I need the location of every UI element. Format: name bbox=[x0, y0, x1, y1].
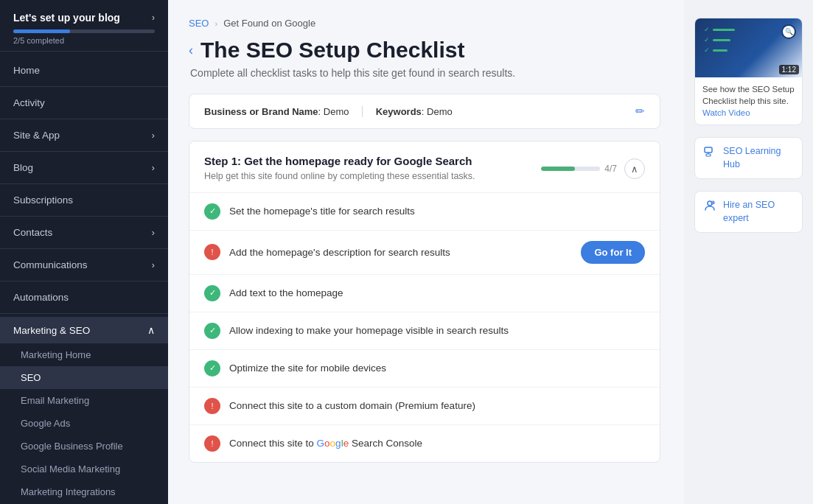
vp-check-icon: ✓ bbox=[704, 36, 710, 43]
sidebar-item-contacts[interactable]: Contacts › bbox=[0, 220, 168, 245]
step-progress: 4/7 bbox=[541, 164, 617, 174]
marketing-integrations-label: Marketing Integrations bbox=[21, 486, 116, 497]
google-business-label: Google Business Profile bbox=[21, 441, 123, 452]
checklist-text-console: Connect this site to Google Search Conso… bbox=[229, 438, 645, 449]
sidebar-item-subscriptions[interactable]: Subscriptions bbox=[0, 187, 168, 213]
sidebar-subitem-google-ads[interactable]: Google Ads bbox=[0, 412, 168, 435]
sidebar-item-home[interactable]: Home bbox=[0, 57, 168, 83]
step-header-right: 4/7 ∧ bbox=[541, 158, 645, 179]
sidebar-item-home-label: Home bbox=[13, 65, 40, 76]
seo-hub-link[interactable]: SEO Learning Hub bbox=[694, 137, 803, 179]
checklist-item-console: ! Connect this site to Google Search Con… bbox=[189, 425, 660, 462]
sidebar-item-communications[interactable]: Communications › bbox=[0, 252, 168, 278]
sidebar-item-blog-label: Blog bbox=[13, 162, 33, 173]
nav-divider bbox=[0, 86, 168, 87]
email-marketing-label: Email Marketing bbox=[21, 395, 89, 406]
check-success-icon: ✓ bbox=[204, 285, 220, 301]
sidebar-item-subscriptions-label: Subscriptions bbox=[13, 195, 73, 206]
sidebar-item-activity[interactable]: Activity bbox=[0, 90, 168, 116]
step-progress-count: 4/7 bbox=[604, 164, 617, 174]
nav-divider bbox=[0, 151, 168, 152]
google-logo-text: Google bbox=[317, 438, 349, 449]
step-description: Help get this site found online by compl… bbox=[204, 170, 475, 183]
nav-divider bbox=[0, 216, 168, 217]
video-duration: 1:12 bbox=[779, 65, 799, 74]
right-panel: ✓ ✓ ✓ 🔍 1:12 See how the SEO Setup Check… bbox=[684, 0, 813, 504]
check-success-icon: ✓ bbox=[204, 203, 220, 220]
step-progress-fill bbox=[541, 167, 575, 171]
nav-divider bbox=[0, 183, 168, 184]
blog-chevron-icon: › bbox=[152, 162, 156, 173]
sidebar-subitem-google-business[interactable]: Google Business Profile bbox=[0, 435, 168, 458]
contacts-chevron-icon: › bbox=[152, 227, 156, 238]
page-subtitle: Complete all checklist tasks to help thi… bbox=[190, 67, 663, 79]
sidebar-item-marketing-seo-label: Marketing & SEO bbox=[13, 325, 90, 336]
checklist-text-addtext: Add text to the homepage bbox=[229, 287, 645, 298]
nav-divider bbox=[0, 313, 168, 314]
back-button[interactable]: ‹ bbox=[189, 43, 193, 58]
breadcrumb-separator: › bbox=[214, 19, 217, 28]
checklist-item-title: ✓ Set the homepage's title for search re… bbox=[189, 193, 660, 231]
step-header-left: Step 1: Get the homepage ready for Googl… bbox=[204, 155, 475, 183]
step-card: Step 1: Get the homepage ready for Googl… bbox=[189, 141, 660, 463]
main-content-area: SEO › Get Found on Google ‹ The SEO Setu… bbox=[168, 0, 684, 504]
sidebar-item-contacts-label: Contacts bbox=[13, 227, 52, 238]
seo-label: SEO bbox=[21, 372, 41, 383]
video-caption-text: See how the SEO Setup Checklist help thi… bbox=[702, 85, 795, 105]
sidebar-subitem-email-marketing[interactable]: Email Marketing bbox=[0, 389, 168, 412]
brand-label-key: Business or Brand Name bbox=[204, 106, 318, 117]
checklist-item-text: ✓ Add text to the homepage bbox=[189, 275, 660, 312]
checklist-text-indexing: Allow indexing to make your homepage vis… bbox=[229, 325, 645, 336]
sidebar-subitem-marketing-home[interactable]: Marketing Home bbox=[0, 343, 168, 366]
seo-hub-icon bbox=[704, 146, 716, 161]
sidebar-item-communications-label: Communications bbox=[13, 259, 88, 270]
brand-label: Business or Brand Name: Demo bbox=[204, 106, 349, 117]
main-content: SEO › Get Found on Google ‹ The SEO Setu… bbox=[168, 0, 684, 492]
seo-hub-label: SEO Learning Hub bbox=[723, 145, 793, 171]
collapse-button[interactable]: ∧ bbox=[624, 158, 645, 179]
progress-fill bbox=[13, 29, 70, 33]
keywords-label-key: Keywords bbox=[376, 106, 422, 117]
edit-icon[interactable]: ✏ bbox=[635, 105, 645, 118]
site-app-chevron-icon: › bbox=[152, 130, 156, 141]
vp-row: ✓ bbox=[704, 46, 735, 54]
vp-row: ✓ bbox=[704, 36, 735, 43]
sidebar-subitem-seo[interactable]: SEO bbox=[0, 366, 168, 389]
watch-video-link[interactable]: Watch Video bbox=[702, 108, 750, 117]
go-for-it-button[interactable]: Go for It bbox=[581, 241, 645, 264]
sidebar-subitem-marketing-integrations[interactable]: Marketing Integrations bbox=[0, 480, 168, 503]
check-success-icon: ✓ bbox=[204, 323, 220, 339]
checklist-text-domain: Connect this site to a custom domain (Pr… bbox=[229, 400, 645, 411]
svg-rect-1 bbox=[706, 154, 711, 156]
video-thumbnail[interactable]: ✓ ✓ ✓ 🔍 1:12 bbox=[695, 18, 802, 77]
page-header: ‹ The SEO Setup Checklist bbox=[189, 38, 663, 63]
sidebar-item-marketing-seo[interactable]: Marketing & SEO ∧ bbox=[0, 317, 168, 343]
check-error-icon: ! bbox=[204, 398, 220, 414]
info-divider: | bbox=[361, 105, 364, 118]
marketing-home-label: Marketing Home bbox=[21, 349, 91, 360]
setup-title-row[interactable]: Let's set up your blog › bbox=[13, 12, 155, 24]
vp-check-icon: ✓ bbox=[704, 46, 710, 54]
info-card: Business or Brand Name: Demo | Keywords:… bbox=[189, 94, 660, 129]
vp-check-icon: ✓ bbox=[704, 26, 710, 33]
check-error-icon: ! bbox=[204, 244, 220, 260]
sidebar-item-site-app[interactable]: Site & App › bbox=[0, 122, 168, 148]
hire-expert-link[interactable]: Hire an SEO expert bbox=[694, 191, 803, 233]
sidebar: Let's set up your blog › 2/5 completed H… bbox=[0, 0, 168, 504]
checklist-item-description: ! Add the homepage's description for sea… bbox=[189, 231, 660, 275]
checklist-item-domain: ! Connect this site to a custom domain (… bbox=[189, 388, 660, 425]
search-icon: 🔍 bbox=[785, 28, 793, 35]
check-error-icon: ! bbox=[204, 435, 220, 452]
checklist-preview: ✓ ✓ ✓ bbox=[704, 26, 735, 54]
page-title: The SEO Setup Checklist bbox=[200, 38, 464, 63]
step-header: Step 1: Get the homepage ready for Googl… bbox=[189, 141, 660, 193]
sidebar-item-automations[interactable]: Automations bbox=[0, 284, 168, 310]
sidebar-subitem-social-media[interactable]: Social Media Marketing bbox=[0, 458, 168, 480]
setup-chevron-icon: › bbox=[152, 13, 155, 23]
check-success-icon: ✓ bbox=[204, 360, 220, 377]
step-progress-track bbox=[541, 167, 600, 171]
sidebar-item-blog[interactable]: Blog › bbox=[0, 155, 168, 181]
breadcrumb-parent[interactable]: SEO bbox=[189, 18, 209, 29]
checklist-text-mobile: Optimize the site for mobile devices bbox=[229, 363, 645, 374]
keywords-label-value: Demo bbox=[427, 106, 453, 117]
